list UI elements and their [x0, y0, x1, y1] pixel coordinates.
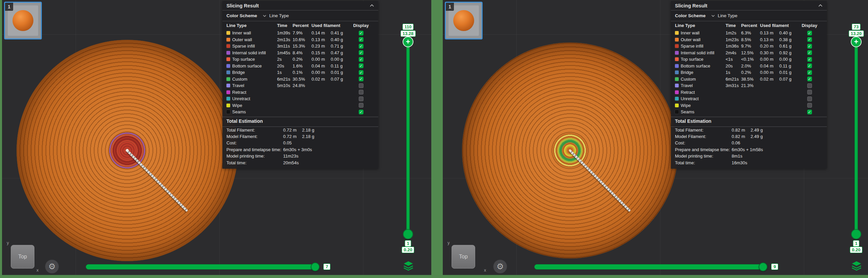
plate-thumbnail[interactable]: 1: [4, 2, 42, 39]
line-type-row[interactable]: Sparse infill1m36s9.7%0.20 m0.61 g✓: [671, 43, 827, 50]
step-slider-handle[interactable]: [759, 262, 767, 271]
line-type-row[interactable]: Custom6m21s38.5%0.02 m0.07 g✓: [671, 76, 827, 83]
gear-icon: ⚙: [48, 262, 56, 271]
line-type-row[interactable]: Seams✓: [222, 109, 378, 115]
display-checkbox[interactable]: ✓: [807, 37, 812, 42]
total-label: Cost:: [226, 140, 283, 145]
line-type-row[interactable]: Bridge1s0.2%0.00 m0.01 g✓: [671, 69, 827, 76]
line-type-row[interactable]: Bottom surface20s2.0%0.04 m0.11 g✓: [671, 63, 827, 70]
display-checkbox[interactable]: ✓: [359, 57, 363, 62]
add-layer-marker-button[interactable]: +: [851, 36, 862, 47]
line-type-swatch: [675, 110, 679, 114]
display-checkbox[interactable]: ✓: [807, 63, 812, 68]
layer-slider[interactable]: 110 13.28 + 1 0.20: [401, 0, 415, 275]
display-checkbox[interactable]: [807, 83, 812, 88]
step-slider-track[interactable]: [534, 264, 766, 270]
layer-slider-track[interactable]: [855, 42, 858, 238]
line-type-row[interactable]: Inner wall1m2s6.3%0.13 m0.40 g✓: [671, 30, 827, 36]
line-type-row[interactable]: Outer wall2m13s10.6%0.13 m0.40 g✓: [222, 36, 378, 43]
step-slider-track[interactable]: [86, 264, 319, 270]
layer-slider[interactable]: 73 13.20 + 1 0.20: [849, 0, 863, 275]
total-value: 0.72 m: [283, 128, 302, 133]
view-cube-top[interactable]: Top: [11, 245, 34, 269]
display-checkbox[interactable]: ✓: [359, 77, 363, 81]
display-checkbox[interactable]: [807, 90, 812, 94]
display-checkbox[interactable]: ✓: [359, 37, 363, 42]
collapse-icon[interactable]: [370, 4, 374, 7]
line-type-row[interactable]: Top surface<1s<0.1%0.00 m0.00 g✓: [671, 56, 827, 63]
view-cube-top[interactable]: Top: [452, 245, 475, 269]
line-type-row[interactable]: Wipe: [671, 102, 827, 109]
total-value: 20m54s: [283, 160, 302, 165]
display-checkbox[interactable]: ✓: [807, 110, 812, 114]
total-estimation-title: Total Estimation: [222, 117, 378, 125]
total-value: 0.82 m: [732, 134, 751, 139]
col-line-type: Line Type: [226, 23, 277, 28]
line-type-row[interactable]: Unretract: [671, 95, 827, 102]
line-type-label: Travel: [232, 83, 244, 88]
display-checkbox[interactable]: ✓: [359, 63, 363, 68]
line-type-row[interactable]: Custom6m21s30.5%0.02 m0.07 g✓: [222, 76, 378, 83]
line-type-row[interactable]: Internal solid infill2m4s12.5%0.30 m0.92…: [671, 50, 827, 56]
display-checkbox[interactable]: ✓: [359, 31, 363, 35]
line-type-time: 2s: [277, 57, 293, 62]
line-type-row[interactable]: Outer wall1m23s8.5%0.13 m0.38 g✓: [671, 36, 827, 43]
line-type-label: Bottom surface: [681, 63, 710, 68]
line-type-row[interactable]: Internal solid infill1m45s8.4%0.15 m0.47…: [222, 50, 378, 56]
settings-gear-button[interactable]: ⚙: [493, 259, 508, 274]
color-scheme-value[interactable]: Line Type: [269, 13, 289, 18]
display-checkbox[interactable]: ✓: [359, 44, 363, 49]
layer-slider-track[interactable]: [406, 42, 410, 238]
line-type-row[interactable]: Sparse infill3m11s15.3%0.23 m0.71 g✓: [222, 43, 378, 50]
layers-view-button[interactable]: [850, 260, 863, 272]
line-type-row[interactable]: Bridge1s0.1%0.00 m0.01 g✓: [222, 69, 378, 76]
display-checkbox[interactable]: ✓: [807, 70, 812, 75]
line-type-row[interactable]: Top surface2s0.2%0.00 m0.00 g✓: [222, 56, 378, 63]
line-type-row[interactable]: Retract: [222, 89, 378, 96]
viewport-3d[interactable]: 1 Slicing Result Color Scheme Line Type …: [443, 0, 868, 275]
line-type-row[interactable]: Inner wall1m39s7.9%0.14 m0.41 g✓: [222, 30, 378, 36]
line-type-row[interactable]: Unretract: [222, 95, 378, 102]
viewport-3d[interactable]: 1 Slicing Result Color Scheme Line Type …: [2, 0, 431, 275]
color-scheme-value[interactable]: Line Type: [718, 13, 737, 18]
display-checkbox[interactable]: [359, 90, 363, 94]
display-checkbox[interactable]: [807, 103, 812, 108]
layer-slider-handle[interactable]: [403, 229, 413, 239]
layer-slider-handle[interactable]: [851, 229, 861, 239]
settings-gear-button[interactable]: ⚙: [45, 259, 59, 274]
display-checkbox[interactable]: [359, 83, 363, 88]
chevron-down-icon[interactable]: [711, 15, 715, 17]
line-type-row[interactable]: Bottom surface20s1.6%0.04 m0.11 g✓: [222, 63, 378, 70]
line-type-filament-g: 0.11 g: [779, 63, 796, 68]
add-layer-marker-button[interactable]: +: [403, 36, 413, 47]
layers-view-button[interactable]: [402, 260, 414, 272]
display-checkbox[interactable]: ✓: [807, 31, 812, 35]
line-type-label: Inner wall: [232, 30, 251, 35]
display-checkbox[interactable]: ✓: [807, 57, 812, 62]
display-checkbox[interactable]: ✓: [807, 44, 812, 49]
line-type-row[interactable]: Travel5m10s24.8%: [222, 82, 378, 89]
line-type-row[interactable]: Travel3m31s21.3%: [671, 82, 827, 89]
line-type-row[interactable]: Wipe: [222, 102, 378, 109]
display-checkbox[interactable]: [359, 96, 363, 101]
display-checkbox[interactable]: ✓: [359, 50, 363, 55]
display-checkbox[interactable]: ✓: [359, 70, 363, 75]
line-type-percent: 38.5%: [741, 77, 760, 82]
collapse-icon[interactable]: [818, 4, 823, 7]
line-type-label: Outer wall: [232, 37, 252, 42]
line-type-row[interactable]: Retract: [671, 89, 827, 96]
chevron-down-icon[interactable]: [263, 15, 267, 17]
step-slider[interactable]: 9: [534, 264, 766, 270]
line-type-filament-m: 0.00 m: [760, 70, 779, 75]
layer-bottom-value: 1: [853, 240, 859, 247]
display-checkbox[interactable]: [807, 96, 812, 101]
step-slider[interactable]: 7: [86, 264, 319, 270]
plate-thumbnail[interactable]: 1: [445, 2, 483, 39]
step-slider-handle[interactable]: [311, 262, 320, 271]
display-checkbox[interactable]: ✓: [359, 110, 363, 114]
line-type-time: 3m11s: [277, 44, 293, 49]
display-checkbox[interactable]: [359, 103, 363, 108]
display-checkbox[interactable]: ✓: [807, 77, 812, 81]
display-checkbox[interactable]: ✓: [807, 50, 812, 55]
line-type-row[interactable]: Seams✓: [671, 109, 827, 115]
